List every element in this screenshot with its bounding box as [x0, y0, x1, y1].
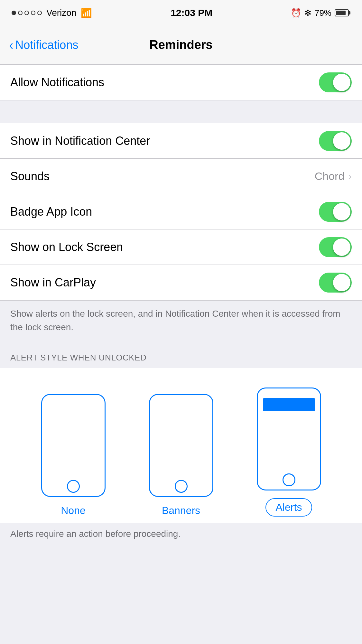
- phone-none-screen: [42, 395, 105, 477]
- back-chevron-icon: ‹: [9, 39, 13, 51]
- show-in-notification-center-toggle-knob: [333, 132, 350, 150]
- signal-dot-1: [12, 11, 16, 15]
- allow-notifications-label: Allow Notifications: [10, 76, 104, 89]
- battery-percentage: 79%: [315, 8, 331, 18]
- status-time: 12:03 PM: [171, 7, 212, 18]
- show-on-lock-screen-toggle[interactable]: [319, 237, 352, 257]
- phone-none-home-btn: [67, 480, 80, 493]
- signal-dot-3: [24, 11, 29, 15]
- phone-alerts-illustration: [257, 387, 321, 490]
- alert-options-container: None Banners Alerts: [0, 381, 362, 517]
- alert-none-label: None: [61, 505, 86, 517]
- notification-settings-section: Show in Notification Center Sounds Chord…: [0, 123, 362, 301]
- badge-app-icon-label: Badge App Icon: [10, 205, 92, 219]
- show-in-carplay-label: Show in CarPlay: [10, 276, 96, 289]
- spacer-1: [0, 100, 362, 123]
- show-in-carplay-row[interactable]: Show in CarPlay: [0, 265, 362, 300]
- wifi-icon: 📶: [81, 8, 92, 18]
- allow-notifications-row[interactable]: Allow Notifications: [0, 65, 362, 100]
- alert-banners-label: Banners: [162, 505, 200, 517]
- carrier-label: Verizon: [46, 8, 76, 18]
- sounds-row[interactable]: Sounds Chord ›: [0, 159, 362, 194]
- notification-bar-in-phone: [263, 398, 315, 411]
- show-in-carplay-toggle[interactable]: [319, 273, 352, 293]
- status-right: ⏰ ✻ 79%: [291, 8, 350, 18]
- badge-app-icon-toggle-knob: [333, 203, 350, 220]
- signal-dot-5: [37, 11, 42, 15]
- nav-header: ‹ Notifications Reminders: [0, 26, 362, 64]
- alert-style-section: None Banners Alerts: [0, 368, 362, 523]
- bluetooth-icon: ✻: [304, 8, 311, 18]
- alert-option-banners[interactable]: Banners: [149, 394, 213, 517]
- show-on-lock-screen-toggle-knob: [333, 238, 350, 256]
- allow-notifications-toggle-knob: [333, 74, 350, 91]
- status-bar: Verizon 📶 12:03 PM ⏰ ✻ 79%: [0, 0, 362, 26]
- alert-option-alerts[interactable]: Alerts: [257, 387, 321, 517]
- back-button[interactable]: ‹ Notifications: [9, 38, 78, 52]
- badge-app-icon-toggle[interactable]: [319, 202, 352, 222]
- phone-alerts-home-btn: [283, 473, 295, 486]
- battery-icon: [335, 9, 350, 16]
- show-on-lock-screen-row[interactable]: Show on Lock Screen: [0, 229, 362, 265]
- phone-alerts-screen: [258, 388, 320, 470]
- alert-option-none[interactable]: None: [41, 394, 106, 517]
- phone-none-illustration: [41, 394, 106, 497]
- sounds-label: Sounds: [10, 170, 50, 183]
- alert-style-header: ALERT STYLE WHEN UNLOCKED: [0, 344, 362, 368]
- allow-notifications-section: Allow Notifications: [0, 64, 362, 100]
- bottom-caption: Alerts require an action before proceedi…: [0, 523, 362, 545]
- show-in-carplay-toggle-knob: [333, 274, 350, 291]
- sounds-value-text: Chord: [315, 170, 345, 182]
- signal-dots: [12, 11, 42, 15]
- phone-banners-screen: [150, 395, 212, 477]
- allow-notifications-toggle[interactable]: [319, 72, 352, 92]
- lock-screen-description: Show alerts on the lock screen, and in N…: [0, 301, 362, 344]
- show-in-notification-center-label: Show in Notification Center: [10, 134, 150, 148]
- page-title: Reminders: [149, 38, 212, 52]
- show-in-notification-center-toggle[interactable]: [319, 131, 352, 151]
- back-label: Notifications: [15, 38, 78, 52]
- badge-app-icon-row[interactable]: Badge App Icon: [0, 194, 362, 229]
- alert-alerts-label: Alerts: [265, 498, 312, 517]
- sounds-value: Chord ›: [315, 170, 352, 182]
- phone-banners-home-btn: [175, 480, 188, 493]
- phone-banners-illustration: [149, 394, 213, 497]
- alarm-icon: ⏰: [291, 8, 301, 18]
- signal-dot-2: [18, 11, 23, 15]
- show-in-notification-center-row[interactable]: Show in Notification Center: [0, 123, 362, 159]
- signal-dot-4: [31, 11, 35, 15]
- show-on-lock-screen-label: Show on Lock Screen: [10, 240, 123, 254]
- sounds-chevron-icon: ›: [348, 170, 352, 182]
- status-left: Verizon 📶: [12, 8, 92, 18]
